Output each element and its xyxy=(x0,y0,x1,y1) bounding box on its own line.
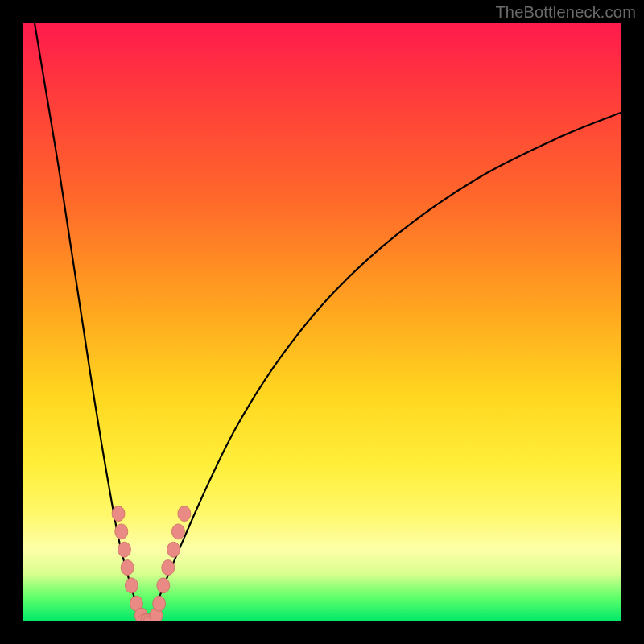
data-marker xyxy=(167,542,180,557)
curve-left-branch xyxy=(35,23,147,621)
chart-frame: TheBottleneck.com xyxy=(0,0,644,644)
data-marker xyxy=(153,596,166,611)
data-marker xyxy=(112,506,125,522)
curve-right-branch xyxy=(147,113,621,621)
data-marker xyxy=(118,542,130,557)
data-marker xyxy=(178,506,191,522)
data-marker xyxy=(121,560,134,576)
watermark-text: TheBottleneck.com xyxy=(495,3,636,22)
data-marker xyxy=(125,578,138,593)
data-marker xyxy=(171,524,184,539)
plot-area xyxy=(23,23,621,621)
data-markers xyxy=(112,506,191,621)
data-marker xyxy=(115,524,128,539)
curve-overlay xyxy=(23,23,621,621)
data-marker xyxy=(162,560,175,576)
data-marker xyxy=(157,578,170,593)
